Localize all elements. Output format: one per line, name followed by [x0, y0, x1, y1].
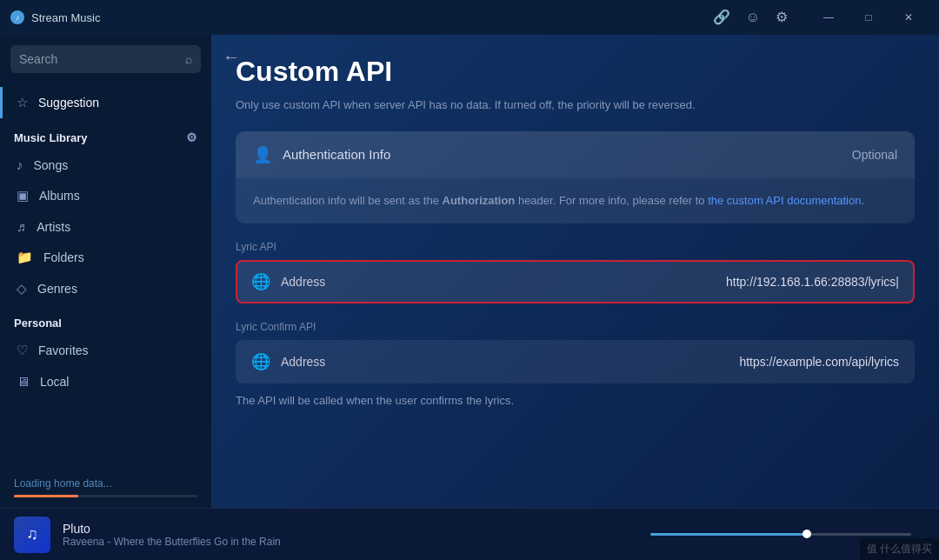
sidebar-item-folders[interactable]: 📁 Folders: [0, 242, 211, 273]
star-icon: ☆: [17, 95, 28, 110]
player-progress[interactable]: [650, 533, 911, 536]
titlebar-icons: 🔗 ☺ ⚙: [713, 10, 788, 24]
auth-section-card: 👤 Authentication Info Optional Authentic…: [236, 131, 915, 224]
search-icon: ⌕: [185, 52, 192, 66]
gear-icon[interactable]: ⚙: [186, 130, 197, 144]
page-subtitle: Only use custom API when server API has …: [236, 97, 915, 114]
sidebar-item-label: Suggestion: [38, 96, 99, 110]
sidebar-item-favorites[interactable]: ♡ Favorites: [0, 335, 211, 366]
optional-badge: Optional: [852, 148, 897, 162]
person-icon[interactable]: ☺: [746, 10, 760, 24]
lyric-api-section: Lyric API 🌐 Address http://192.168.1.66:…: [236, 241, 915, 303]
address-label: Address: [281, 275, 350, 289]
link-icon[interactable]: 🔗: [713, 10, 730, 24]
window-controls: — □ ✕: [809, 3, 929, 31]
globe-icon: 🌐: [251, 272, 270, 291]
watermark: 值 什么值得买: [860, 538, 939, 560]
confirm-address-label: Address: [281, 355, 350, 369]
app-icon: ♪: [10, 10, 24, 24]
sidebar-item-label: Artists: [37, 220, 70, 234]
globe-icon-2: 🌐: [251, 352, 270, 371]
sidebar-item-songs[interactable]: ♪ Songs: [0, 150, 211, 180]
sidebar-item-albums[interactable]: ▣ Albums: [0, 180, 211, 211]
titlebar-right: 🔗 ☺ ⚙ — □ ✕: [713, 3, 929, 31]
titlebar-left: ♪ Stream Music: [10, 10, 100, 24]
close-button[interactable]: ✕: [889, 3, 929, 31]
auth-section-title: Authentication Info: [283, 147, 390, 162]
sidebar-item-label: Albums: [39, 189, 80, 203]
sidebar-bottom: Loading home data...: [0, 470, 211, 508]
titlebar: ♪ Stream Music 🔗 ☺ ⚙ — □ ✕: [0, 0, 939, 35]
auth-section-header-left: 👤 Authentication Info: [253, 145, 390, 164]
lyric-confirm-description: The API will be called when the user con…: [236, 392, 915, 410]
lyric-confirm-address[interactable]: https://example.com/api/lyrics: [739, 355, 899, 369]
search-input[interactable]: [19, 52, 178, 66]
person-icon: 👤: [253, 145, 272, 164]
auth-section-content: Authentication info will be sent as the …: [236, 178, 915, 224]
sidebar-nav: ☆ Suggestion Music Library ⚙ ♪ Songs ▣ A…: [0, 87, 211, 470]
loading-bar-container: [14, 495, 197, 497]
player-bar: ♫ Pluto Raveena - Where the Butterflies …: [0, 508, 939, 560]
computer-icon: 🖥: [17, 374, 30, 389]
back-button[interactable]: ←: [216, 40, 247, 74]
sidebar-item-label: Local: [40, 375, 69, 389]
music-library-title: Music Library: [14, 131, 88, 144]
loading-text: Loading home data...: [14, 477, 112, 490]
lyric-api-label: Lyric API: [236, 241, 915, 253]
maximize-button[interactable]: □: [849, 3, 889, 31]
auth-description: Authentication info will be sent as the …: [253, 192, 897, 210]
player-progress-fill: [650, 533, 807, 536]
sidebar-item-local[interactable]: 🖥 Local: [0, 366, 211, 397]
sidebar-item-genres[interactable]: ◇ Genres: [0, 273, 211, 304]
auth-section-header: 👤 Authentication Info Optional: [236, 131, 915, 178]
sidebar-item-label: Favorites: [38, 343, 89, 357]
sidebar-item-suggestion[interactable]: ☆ Suggestion: [0, 87, 211, 118]
folder-icon: 📁: [17, 250, 33, 265]
search-bar[interactable]: ⌕: [10, 45, 201, 73]
lyric-confirm-field[interactable]: 🌐 Address https://example.com/api/lyrics: [236, 340, 915, 383]
lyric-api-field[interactable]: 🌐 Address http://192.168.1.66:28883/lyri…: [236, 260, 915, 303]
genre-icon: ◇: [17, 281, 27, 297]
music-note-icon: ♪: [17, 157, 23, 172]
sidebar-item-label: Songs: [34, 158, 69, 172]
settings-icon[interactable]: ⚙: [776, 10, 788, 24]
heart-icon: ♡: [17, 343, 28, 358]
artist-icon: ♬: [17, 219, 26, 234]
player-title: Pluto: [63, 522, 624, 536]
personal-title: Personal: [14, 317, 62, 330]
player-thumbnail: ♫: [14, 517, 50, 553]
player-info: Pluto Raveena - Where the Butterflies Go…: [63, 522, 624, 548]
content-area: Custom API Only use custom API when serv…: [211, 35, 939, 508]
app-title: Stream Music: [31, 11, 100, 24]
lyric-confirm-label: Lyric Confirm API: [236, 321, 915, 333]
personal-section-header: Personal: [0, 304, 211, 335]
auth-desc-end: header. For more info, please refer to: [515, 194, 708, 207]
custom-api-link[interactable]: the custom API documentation: [708, 194, 861, 207]
player-progress-dot: [802, 530, 811, 538]
loading-bar: [14, 495, 78, 497]
minimize-button[interactable]: —: [809, 3, 849, 31]
auth-desc-start: Authentication info will be sent as the: [253, 194, 443, 207]
lyric-api-address[interactable]: http://192.168.1.66:28883/lyrics: [726, 275, 899, 289]
player-artist: Raveena - Where the Butterflies Go in th…: [63, 536, 624, 548]
music-wave-icon: ♫: [26, 525, 38, 543]
sidebar-item-label: Genres: [37, 282, 77, 296]
sidebar-item-label: Folders: [43, 250, 84, 264]
content-inner: Custom API Only use custom API when serv…: [211, 35, 939, 431]
sidebar: ⌕ ☆ Suggestion Music Library ⚙ ♪ Songs: [0, 35, 211, 508]
sidebar-item-artists[interactable]: ♬ Artists: [0, 211, 211, 242]
lyric-confirm-section: Lyric Confirm API 🌐 Address https://exam…: [236, 321, 915, 410]
music-library-section-header: Music Library ⚙: [0, 118, 211, 150]
auth-desc-bold: Authorization: [443, 194, 516, 207]
page-title: Custom API: [236, 56, 915, 88]
album-icon: ▣: [17, 188, 29, 203]
